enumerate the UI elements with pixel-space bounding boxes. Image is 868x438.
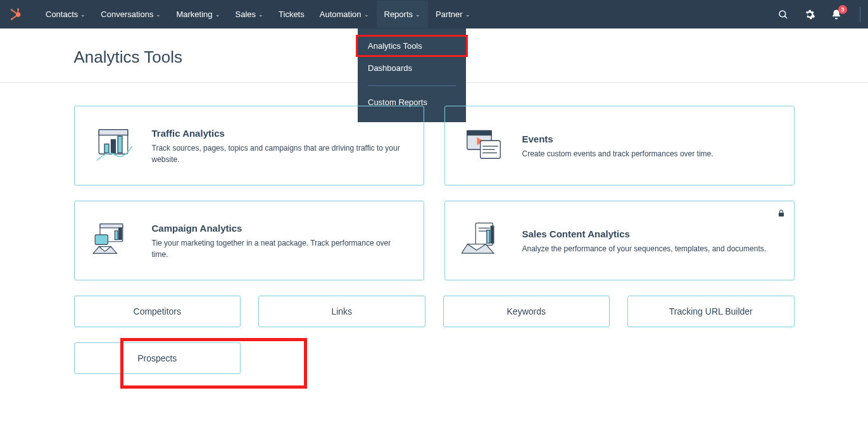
main-nav: Contacts⌄ Conversations⌄ Marketing⌄ Sale… <box>38 1 478 28</box>
chevron-down-icon: ⌄ <box>215 11 220 18</box>
svg-rect-15 <box>467 131 491 135</box>
svg-rect-31 <box>486 230 489 244</box>
campaign-analytics-icon <box>91 219 135 263</box>
svg-rect-24 <box>118 228 122 240</box>
card-campaign-analytics[interactable]: Campaign Analytics Tie your marketing to… <box>74 201 424 280</box>
svg-line-2 <box>12 15 18 19</box>
card-desc: Tie your marketing together in a neat pa… <box>152 237 407 260</box>
svg-point-6 <box>17 8 19 10</box>
card-title: Sales Content Analytics <box>522 228 767 239</box>
nav-label: Contacts <box>46 9 78 19</box>
tile-prospects[interactable]: Prospects <box>74 342 241 374</box>
notifications-icon[interactable]: 3 <box>829 8 843 22</box>
svg-point-7 <box>779 11 786 17</box>
nav-reports[interactable]: Reports⌄ <box>377 1 429 28</box>
chevron-down-icon: ⌄ <box>80 11 85 18</box>
chevron-down-icon: ⌄ <box>258 11 263 18</box>
card-title: Traffic Analytics <box>152 128 407 139</box>
nav-conversations[interactable]: Conversations⌄ <box>93 1 168 28</box>
svg-rect-11 <box>104 144 109 153</box>
svg-line-8 <box>784 16 787 18</box>
chevron-down-icon: ⌄ <box>364 11 369 18</box>
svg-point-5 <box>11 18 13 20</box>
tile-competitors[interactable]: Competitors <box>74 296 241 327</box>
nav-tickets[interactable]: Tickets <box>271 1 312 28</box>
nav-label: Conversations <box>101 9 153 19</box>
search-icon[interactable] <box>776 8 790 22</box>
divider <box>860 7 860 22</box>
lock-icon <box>777 209 785 218</box>
card-title: Campaign Analytics <box>152 223 407 234</box>
svg-rect-23 <box>115 231 118 240</box>
card-traffic-analytics[interactable]: Traffic Analytics Track sources, pages, … <box>74 106 424 185</box>
nav-label: Reports <box>384 9 413 19</box>
dropdown-divider <box>368 85 456 86</box>
chevron-down-icon: ⌄ <box>156 11 161 18</box>
dropdown-item-dashboards[interactable]: Dashboards <box>358 57 466 79</box>
svg-rect-10 <box>99 130 128 135</box>
svg-point-4 <box>11 9 13 11</box>
chevron-down-icon: ⌄ <box>415 11 420 18</box>
nav-label: Sales <box>236 9 256 19</box>
sales-content-icon <box>462 219 506 263</box>
nav-automation[interactable]: Automation⌄ <box>312 1 377 28</box>
nav-partner[interactable]: Partner⌄ <box>428 1 478 28</box>
card-events[interactable]: Events Create custom events and track pe… <box>444 106 795 185</box>
nav-marketing[interactable]: Marketing⌄ <box>168 1 227 28</box>
nav-label: Marketing <box>176 9 212 19</box>
nav-sales[interactable]: Sales⌄ <box>228 1 272 28</box>
tile-tracking-url-builder[interactable]: Tracking URL Builder <box>627 296 795 327</box>
tile-links[interactable]: Links <box>258 296 425 327</box>
svg-rect-28 <box>475 223 493 245</box>
card-desc: Analyze the performance of your sequence… <box>522 243 767 254</box>
card-sales-content-analytics[interactable]: Sales Content Analytics Analyze the perf… <box>444 201 795 280</box>
card-title: Events <box>522 134 714 144</box>
card-desc: Track sources, pages, topics and campaig… <box>152 142 407 165</box>
events-icon <box>462 124 506 168</box>
svg-rect-25 <box>95 235 108 245</box>
nav-label: Automation <box>320 9 362 19</box>
card-desc: Create custom events and track performan… <box>522 148 714 160</box>
nav-contacts[interactable]: Contacts⌄ <box>38 1 93 28</box>
nav-label: Partner <box>436 9 463 19</box>
svg-rect-22 <box>100 224 123 228</box>
nav-label: Tickets <box>279 9 305 19</box>
dropdown-item-analytics-tools[interactable]: Analytics Tools <box>356 35 468 57</box>
hubspot-logo[interactable] <box>8 7 23 22</box>
svg-line-1 <box>12 9 18 14</box>
tile-keywords[interactable]: Keywords <box>443 296 610 327</box>
notification-badge: 3 <box>838 5 847 14</box>
svg-rect-12 <box>111 140 115 153</box>
svg-rect-32 <box>491 226 494 243</box>
settings-icon[interactable] <box>803 8 817 22</box>
svg-rect-13 <box>118 136 122 153</box>
traffic-analytics-icon <box>91 124 135 168</box>
chevron-down-icon: ⌄ <box>465 11 470 18</box>
